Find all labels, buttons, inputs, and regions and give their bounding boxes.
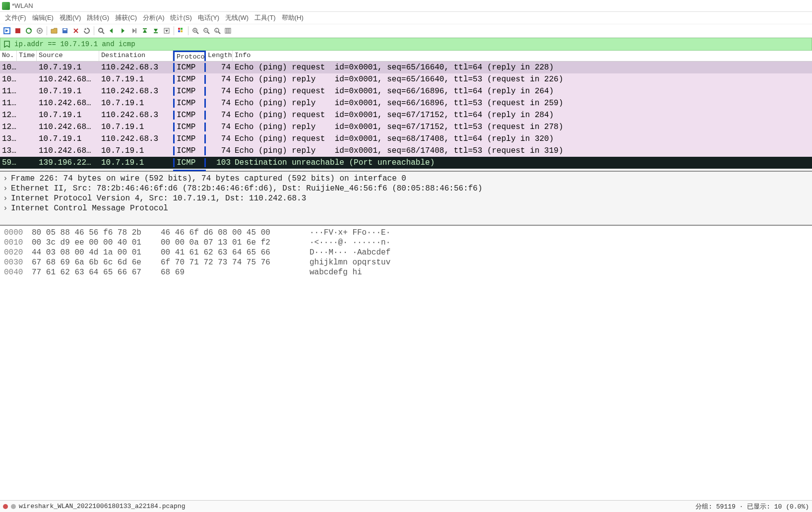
save-icon[interactable] [60, 26, 70, 36]
cell-destination: 110.242.68.3 [99, 63, 173, 72]
svg-line-34 [207, 32, 209, 34]
packet-row[interactable]: 12…110.242.68…10.7.19.1ICMP74Echo (ping)… [0, 121, 812, 133]
packet-row[interactable]: 10…110.242.68…10.7.19.1ICMP74Echo (ping)… [0, 73, 812, 85]
expand-icon[interactable]: › [3, 204, 11, 213]
cell-destination: 10.7.19.1 [99, 158, 173, 167]
menu-view[interactable]: 视图(V) [57, 12, 84, 23]
menu-statistics[interactable]: 统计(S) [167, 12, 194, 23]
protocol-highlight-border [173, 170, 206, 171]
cell-length: 74 [206, 123, 233, 131]
cell-length: 74 [206, 146, 233, 155]
packet-row[interactable]: 13…110.242.68…10.7.19.1ICMP74Echo (ping)… [0, 145, 812, 157]
col-no[interactable]: No. [0, 51, 17, 61]
hex-ascii: ghijklmn opqrstuv [310, 258, 390, 267]
col-destination[interactable]: Destination [99, 51, 173, 61]
close-icon[interactable] [71, 26, 81, 36]
resize-columns-icon[interactable] [223, 26, 233, 36]
col-source[interactable]: Source [37, 51, 99, 61]
menu-edit[interactable]: 编辑(E) [29, 12, 57, 23]
cell-source: 10.7.19.1 [37, 87, 99, 96]
cell-source: 110.242.68… [37, 75, 99, 84]
go-last-icon[interactable] [151, 26, 161, 36]
menu-tools[interactable]: 工具(T) [251, 12, 279, 23]
capture-file-comment-icon[interactable] [11, 504, 16, 509]
stop-capture-icon[interactable] [13, 26, 23, 36]
hex-row[interactable]: 003067 68 69 6a 6b 6c 6d 6e6f 70 71 72 7… [4, 257, 808, 267]
menu-go[interactable]: 跳转(G) [84, 12, 112, 23]
zoom-in-icon[interactable] [190, 26, 200, 36]
cell-info: Echo (ping) reply id=0x0001, seq=67/1715… [233, 123, 812, 131]
cell-source: 10.7.19.1 [37, 134, 99, 143]
detail-text: Frame 226: 74 bytes on wire (592 bits), … [11, 174, 406, 183]
open-icon[interactable] [49, 26, 59, 36]
cell-source: 110.242.68… [37, 146, 99, 155]
hex-ascii: ···FV·x+ FFo···E· [310, 228, 390, 237]
cell-info: Echo (ping) reply id=0x0001, seq=66/1689… [233, 99, 812, 108]
go-forward-icon[interactable] [118, 26, 128, 36]
expand-icon[interactable]: › [3, 194, 11, 203]
go-first-icon[interactable] [140, 26, 150, 36]
detail-frame[interactable]: ›Frame 226: 74 bytes on wire (592 bits),… [3, 174, 809, 184]
expand-icon[interactable]: › [3, 174, 11, 183]
packet-list-body[interactable]: 10…10.7.19.1110.242.68.3ICMP74Echo (ping… [0, 62, 812, 169]
jump-icon[interactable] [129, 26, 139, 36]
packet-row[interactable]: 11…110.242.68…10.7.19.1ICMP74Echo (ping)… [0, 97, 812, 109]
hex-row[interactable]: 002044 03 08 00 4d 1a 00 0100 41 61 62 6… [4, 248, 808, 257]
zoom-out-icon[interactable] [201, 26, 211, 36]
col-protocol[interactable]: Protocol [173, 51, 206, 61]
display-filter-input[interactable] [12, 39, 811, 49]
toolbar: 1 [0, 24, 812, 38]
zoom-reset-icon[interactable]: 1 [212, 26, 222, 36]
toolbar-separator [47, 26, 47, 35]
cell-no: 13… [0, 146, 17, 155]
packet-row[interactable]: 59…139.196.22…10.7.19.1ICMP103Destinatio… [0, 157, 812, 169]
packet-list: No. Time Source Destination Protocol Len… [0, 51, 812, 172]
detail-icmp[interactable]: ›Internet Control Message Protocol [3, 203, 809, 213]
hex-bytes: 00 41 61 62 63 64 65 66 [161, 248, 290, 257]
menu-wireless[interactable]: 无线(W) [222, 12, 251, 23]
cell-length: 74 [206, 99, 233, 108]
hex-row[interactable]: 000080 05 88 46 56 f6 78 2b46 46 6f d6 0… [4, 228, 808, 238]
restart-capture-icon[interactable] [24, 26, 34, 36]
cell-length: 74 [206, 87, 233, 96]
colorize-icon[interactable] [176, 26, 186, 36]
capture-options-icon[interactable] [35, 26, 45, 36]
svg-line-13 [102, 32, 104, 34]
menu-analyze[interactable]: 分析(A) [140, 12, 167, 23]
cell-source: 110.242.68… [37, 99, 99, 108]
menu-capture[interactable]: 捕获(C) [112, 12, 140, 23]
start-capture-icon[interactable] [2, 26, 12, 36]
menu-help[interactable]: 帮助(H) [279, 12, 307, 23]
packet-bytes[interactable]: 000080 05 88 46 56 f6 78 2b46 46 6f d6 0… [0, 226, 812, 409]
detail-ip[interactable]: ›Internet Protocol Version 4, Src: 10.7.… [3, 193, 809, 203]
go-back-icon[interactable] [107, 26, 117, 36]
reload-icon[interactable] [82, 26, 92, 36]
hex-row[interactable]: 004077 61 62 63 64 65 66 6768 69wabcdefg… [4, 267, 808, 277]
svg-marker-18 [143, 29, 147, 33]
expand-icon[interactable]: › [3, 184, 11, 193]
expert-info-icon[interactable] [3, 504, 8, 509]
detail-ethernet[interactable]: ›Ethernet II, Src: 78:2b:46:46:6f:d6 (78… [3, 184, 809, 193]
auto-scroll-icon[interactable] [162, 26, 172, 36]
packet-details[interactable]: ›Frame 226: 74 bytes on wire (592 bits),… [0, 172, 812, 226]
packet-row[interactable]: 13…10.7.19.1110.242.68.3ICMP74Echo (ping… [0, 133, 812, 145]
col-time[interactable]: Time [17, 51, 37, 61]
svg-rect-39 [227, 28, 229, 33]
col-length[interactable]: Length [206, 51, 233, 61]
packet-row[interactable]: 11…10.7.19.1110.242.68.3ICMP74Echo (ping… [0, 85, 812, 97]
cell-protocol: ICMP [173, 146, 206, 155]
status-file: wireshark_WLAN_20221006180133_a22184.pca… [19, 503, 185, 510]
status-bar: wireshark_WLAN_20221006180133_a22184.pca… [0, 500, 812, 512]
packet-row[interactable]: 10…10.7.19.1110.242.68.3ICMP74Echo (ping… [0, 62, 812, 73]
find-icon[interactable] [96, 26, 106, 36]
col-info[interactable]: Info [233, 51, 812, 61]
cell-protocol: ICMP [173, 158, 206, 167]
menu-file[interactable]: 文件(F) [2, 12, 29, 23]
packet-row[interactable]: 12…10.7.19.1110.242.68.3ICMP74Echo (ping… [0, 109, 812, 121]
hex-bytes: 6f 70 71 72 73 74 75 76 [161, 258, 290, 267]
bookmark-filter-icon[interactable] [2, 40, 11, 49]
menu-telephony[interactable]: 电话(Y) [195, 12, 222, 23]
cell-destination: 110.242.68.3 [99, 111, 173, 120]
cell-info: Echo (ping) reply id=0x0001, seq=68/1740… [233, 146, 812, 155]
hex-row[interactable]: 001000 3c d9 ee 00 00 40 0100 00 0a 07 1… [4, 238, 808, 248]
